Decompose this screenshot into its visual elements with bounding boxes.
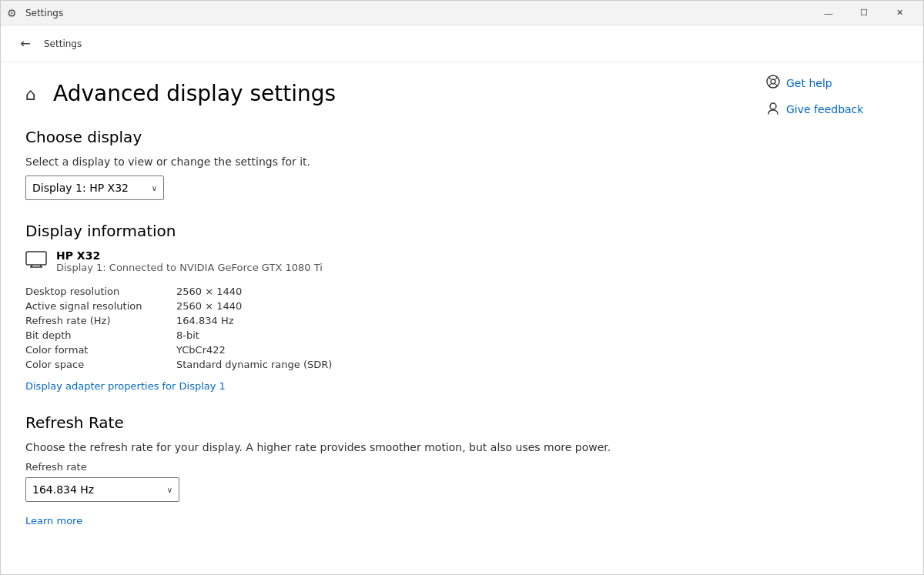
monitor-info: HP X32 Display 1: Connected to NVIDIA Ge… <box>56 249 323 273</box>
monitor-icon <box>25 251 47 270</box>
info-label-0: Desktop resolution <box>25 286 164 297</box>
content-area: ← Settings ⌂ Advanced display settings C… <box>1 25 923 574</box>
get-help-label: Get help <box>786 77 832 89</box>
topnav: ← Settings <box>1 25 923 62</box>
refresh-rate-label: Refresh rate <box>25 461 729 473</box>
titlebar: ⚙ Settings — ☐ ✕ <box>1 1 923 25</box>
info-label-2: Refresh rate (Hz) <box>25 315 164 326</box>
svg-line-7 <box>769 84 771 85</box>
choose-display-section: Choose display Select a display to view … <box>25 128 729 200</box>
refresh-rate-dropdown-value: 164.834 Hz <box>32 483 94 496</box>
monitor-name: HP X32 <box>56 249 323 262</box>
monitor-sub: Display 1: Connected to NVIDIA GeForce G… <box>56 262 323 273</box>
refresh-rate-title: Refresh Rate <box>25 413 729 432</box>
refresh-rate-dropdown[interactable]: 164.834 Hz ∨ <box>25 477 179 502</box>
back-button[interactable]: ← <box>13 32 38 56</box>
svg-line-6 <box>775 78 777 79</box>
info-label-4: Color format <box>25 344 164 356</box>
display-dropdown-arrow: ∨ <box>152 184 157 192</box>
minimize-button[interactable]: — <box>811 1 846 25</box>
refresh-rate-desc: Choose the refresh rate for your display… <box>25 441 729 453</box>
window: ⚙ Settings — ☐ ✕ ← Settings <box>0 0 924 575</box>
monitor-row: HP X32 Display 1: Connected to NVIDIA Ge… <box>25 249 729 273</box>
window-controls: — ☐ ✕ <box>811 1 917 25</box>
window-title: Settings <box>25 8 811 18</box>
display-info-block: HP X32 Display 1: Connected to NVIDIA Ge… <box>25 249 729 392</box>
page-body: ⌂ Advanced display settings Choose displ… <box>1 62 923 574</box>
learn-more-link[interactable]: Learn more <box>25 515 82 527</box>
info-label-5: Color space <box>25 359 164 370</box>
get-help-link[interactable]: Get help <box>766 75 911 92</box>
choose-display-desc: Select a display to view or change the s… <box>25 155 729 168</box>
help-icon <box>766 75 780 92</box>
page-title: Advanced display settings <box>53 81 336 106</box>
close-button[interactable]: ✕ <box>882 1 917 25</box>
give-feedback-link[interactable]: Give feedback <box>766 101 911 118</box>
info-value-2: 164.834 Hz <box>176 315 729 326</box>
info-label-3: Bit depth <box>25 329 164 341</box>
settings-icon: ⚙ <box>7 7 19 19</box>
refresh-rate-dropdown-arrow: ∨ <box>167 486 172 494</box>
svg-rect-0 <box>26 252 46 265</box>
page-title-row: ⌂ Advanced display settings <box>25 81 729 106</box>
page: ← Settings ⌂ Advanced display settings C… <box>1 25 923 574</box>
svg-point-10 <box>770 103 776 109</box>
choose-display-title: Choose display <box>25 128 729 146</box>
svg-point-5 <box>771 79 775 84</box>
info-value-4: YCbCr422 <box>176 344 729 356</box>
maximize-button[interactable]: ☐ <box>846 1 882 25</box>
svg-point-4 <box>767 75 779 88</box>
display-info-title: Display information <box>25 222 729 240</box>
right-sidebar: Get help Give feedback <box>754 62 923 574</box>
info-value-1: 2560 × 1440 <box>176 300 729 312</box>
page-content: ⌂ Advanced display settings Choose displ… <box>1 62 754 574</box>
info-value-3: 8-bit <box>176 329 729 341</box>
info-value-0: 2560 × 1440 <box>176 286 729 297</box>
give-feedback-label: Give feedback <box>786 103 863 115</box>
feedback-icon <box>766 101 780 118</box>
main-area: ← Settings ⌂ Advanced display settings C… <box>1 25 923 574</box>
display-information-section: Display information <box>25 222 729 392</box>
svg-line-9 <box>769 78 771 79</box>
info-label-1: Active signal resolution <box>25 300 164 312</box>
display-dropdown-value: Display 1: HP X32 <box>32 182 129 194</box>
info-table: Desktop resolution 2560 × 1440 Active si… <box>25 286 729 370</box>
adapter-properties-link[interactable]: Display adapter properties for Display 1 <box>25 380 226 392</box>
refresh-rate-section: Refresh Rate Choose the refresh rate for… <box>25 413 729 527</box>
info-value-5: Standard dynamic range (SDR) <box>176 359 729 370</box>
svg-line-8 <box>775 84 777 85</box>
display-dropdown[interactable]: Display 1: HP X32 ∨ <box>25 176 164 200</box>
topnav-title: Settings <box>44 38 82 49</box>
home-icon: ⌂ <box>25 85 44 103</box>
